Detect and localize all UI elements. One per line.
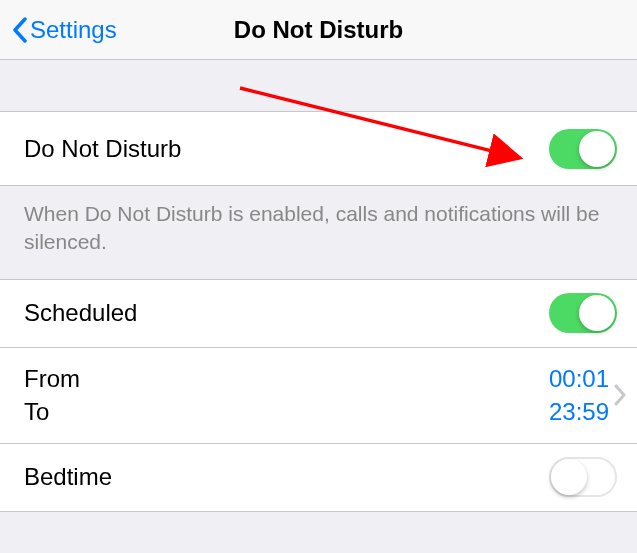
dnd-row: Do Not Disturb [0, 112, 637, 186]
chevron-left-icon [12, 17, 28, 43]
to-label: To [24, 395, 80, 429]
scheduled-toggle[interactable] [549, 293, 617, 333]
bedtime-toggle[interactable] [549, 457, 617, 497]
section-gap [0, 60, 637, 112]
dnd-label: Do Not Disturb [24, 135, 181, 163]
toggle-knob [551, 459, 587, 495]
back-label: Settings [30, 16, 117, 44]
back-button[interactable]: Settings [0, 16, 117, 44]
toggle-knob [579, 131, 615, 167]
time-values: 00:01 23:59 [549, 362, 609, 429]
bedtime-row: Bedtime [0, 444, 637, 512]
nav-header: Settings Do Not Disturb [0, 0, 637, 60]
dnd-toggle[interactable] [549, 129, 617, 169]
toggle-knob [579, 295, 615, 331]
from-label: From [24, 362, 80, 396]
chevron-right-icon [613, 384, 627, 406]
bedtime-label: Bedtime [24, 463, 112, 491]
dnd-footer: When Do Not Disturb is enabled, calls an… [0, 186, 637, 280]
from-value: 00:01 [549, 362, 609, 396]
schedule-time-row[interactable]: From To 00:01 23:59 [0, 348, 637, 444]
scheduled-row: Scheduled [0, 280, 637, 348]
time-labels: From To [24, 362, 80, 429]
scheduled-label: Scheduled [24, 299, 137, 327]
to-value: 23:59 [549, 395, 609, 429]
